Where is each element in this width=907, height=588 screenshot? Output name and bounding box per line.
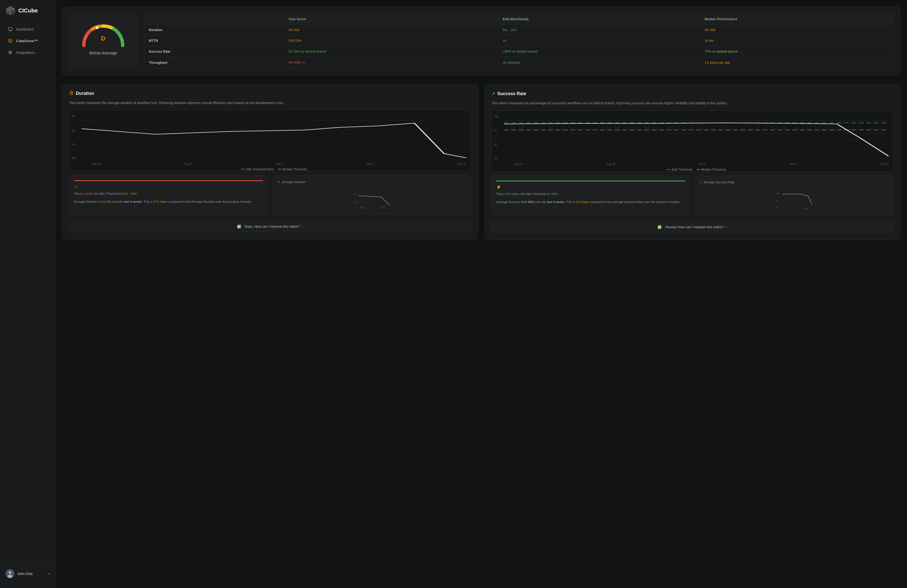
sr-mini-chart-card: ↗ Average Success Rate 100 50 0 Sep xyxy=(695,176,893,215)
success-rate-y-labels: 100 75 50 25 xyxy=(494,115,499,160)
median-legend-line xyxy=(278,169,281,169)
chevron-right-icon-2: › xyxy=(726,225,728,229)
col-your-score: Your Score xyxy=(284,14,498,25)
elite-legend: Elite Threshold Area xyxy=(241,168,273,171)
svg-point-19 xyxy=(96,26,99,29)
sr-detail-text: Average Success Rate 96% over the last 4… xyxy=(496,200,686,205)
table-row: MTTR 10h 53m 1h 1h 4m xyxy=(144,35,893,46)
duration-your-score: 2m 33s xyxy=(284,25,498,35)
metrics-grid: ⏱ Duration This metric measures the aver… xyxy=(62,84,901,240)
sliders-icon xyxy=(8,50,13,55)
metric-label: Throughput xyxy=(144,57,284,68)
duration-title: Duration xyxy=(76,91,94,96)
metric-label: MTTR xyxy=(144,35,284,46)
user-name: John Doe xyxy=(17,572,45,576)
svg-point-18 xyxy=(8,575,13,578)
sidebar-item-integrations[interactable]: Integrations xyxy=(2,47,53,58)
svg-text:100: 100 xyxy=(776,192,780,195)
sidebar-item-dashboard-label: Dashboard xyxy=(16,27,34,31)
trending-up-icon: ↗ xyxy=(492,91,495,96)
main-content: D Below Average Your Score Elite Benchma… xyxy=(56,0,907,588)
gauge-card: D Below Average xyxy=(69,14,137,68)
sidebar-item-dashboard[interactable]: Dashboard xyxy=(2,24,53,34)
circle-check-icon-2: ✅ xyxy=(657,225,662,229)
success-rate-description: This metric measures the percentage of s… xyxy=(492,101,893,106)
score-section: D Below Average Your Score Elite Benchma… xyxy=(62,6,901,75)
sr-mini-chart-title: ↗ Average Success Rate xyxy=(699,181,889,184)
duration-mini-chart-svg: 3m 1m Aug Sep xyxy=(277,190,466,210)
avatar xyxy=(6,569,14,578)
svg-text:50: 50 xyxy=(776,200,779,202)
success-rate-chart-svg xyxy=(504,115,889,160)
svg-text:3m: 3m xyxy=(354,192,357,195)
success-rate-info-card: ⚡ This is 6% higher the Elite Threshold … xyxy=(492,176,690,215)
svg-point-17 xyxy=(9,571,11,574)
sidebar-nav: Dashboard CubeScore™ Integrations xyxy=(0,24,55,564)
gauge-label: Below Average xyxy=(90,51,117,55)
sr-elite-legend-line xyxy=(667,169,670,170)
success-rate-info-left: ⚡ This is 6% higher the Elite Threshold … xyxy=(496,181,686,210)
cube-icon xyxy=(8,38,13,43)
svg-point-15 xyxy=(10,53,10,54)
svg-rect-5 xyxy=(8,27,12,30)
svg-point-14 xyxy=(11,52,11,53)
duration-mini-chart-card: ⏱ Average Duration 3m 1m Aug Sep xyxy=(272,176,471,214)
duration-y-labels: 3m 2m 1m 45s xyxy=(72,115,76,160)
mttr-your-score: 10h 53m xyxy=(284,35,498,46)
cicube-logo-icon xyxy=(6,6,16,16)
sr-median-legend: Median Threshold xyxy=(697,168,726,171)
improve-duration-button[interactable]: ✅ Oops, How can I improve this metric? › xyxy=(69,221,471,232)
mttr-elite: 1h xyxy=(498,35,700,46)
sr-threshold-bar xyxy=(496,181,686,181)
sidebar-item-cubescore-label: CubeScore™ xyxy=(16,39,38,43)
success-rate-chart: 100 75 50 25 xyxy=(492,110,893,171)
success-rate-header: ↗ Success Rate xyxy=(492,91,893,96)
throughput-median: 1.5 times per day xyxy=(700,57,893,68)
sr-median: 77% on default branch xyxy=(700,46,893,57)
success-rate-section: ↗ Success Rate This metric measures the … xyxy=(485,84,901,240)
score-table: Your Score Elite Benchmark Median Perfor… xyxy=(144,14,893,68)
duration-threshold-bar xyxy=(74,180,263,181)
mttr-median: 1h 4m xyxy=(700,35,893,46)
clock-icon: ⏱ xyxy=(69,91,74,96)
logo: CICube xyxy=(0,6,55,24)
col-median: Median Performance xyxy=(700,14,893,25)
success-rate-title: Success Rate xyxy=(497,91,526,96)
duration-description: This metric measures the average duratio… xyxy=(69,101,471,105)
circle-check-icon: ✅ xyxy=(237,225,241,228)
duration-median: 3m 30s xyxy=(700,25,893,35)
svg-point-13 xyxy=(9,51,10,52)
lightning-icon: ⚡ xyxy=(496,185,501,189)
table-row: Throughput Not Elite ⓘ On demand 1.5 tim… xyxy=(144,57,893,68)
col-metric xyxy=(144,14,284,25)
metric-label: Success Rate xyxy=(144,46,284,57)
user-profile[interactable]: John Doe ▾ xyxy=(0,564,55,582)
throughput-elite: On demand xyxy=(498,57,700,68)
duration-x-labels: Aug 19 Aug 26 Sep 2 Sep 9 Sep 16 xyxy=(82,160,466,165)
duration-mini-chart-title: ⏱ Average Duration xyxy=(277,180,466,184)
duration-chart-svg xyxy=(82,115,466,159)
duration-detail-text: Average Duration is 2m 33s over the last… xyxy=(74,199,263,205)
duration-alert-text: This is outside the Elite Threshold of 5… xyxy=(74,191,263,197)
sr-elite: +90% on default branch xyxy=(498,46,700,57)
duration-legend: Elite Threshold Area Median Threshold xyxy=(82,168,466,171)
svg-text:D: D xyxy=(101,35,106,42)
duration-chart: 3m 2m 1m 45s Aug 19 Aug 26 xyxy=(69,110,471,171)
table-row: Success Rate 95.70% on default branch +9… xyxy=(144,46,893,57)
monitor-icon xyxy=(8,27,13,32)
maintain-success-rate-button[interactable]: ✅ Hooray! How can I maintain this metric… xyxy=(492,222,893,233)
sidebar-item-integrations-label: Integrations xyxy=(16,51,35,54)
sidebar-item-cubescore[interactable]: CubeScore™ xyxy=(2,35,53,46)
duration-info-card: ⚠ This is outside the Elite Threshold of… xyxy=(69,176,268,214)
sidebar: CICube Dashboard CubeScore™ Integrations… xyxy=(0,0,56,588)
table-row: Duration 2m 33s 5m - 10m 3m 30s xyxy=(144,25,893,35)
metric-label: Duration xyxy=(144,25,284,35)
chevron-right-icon: › xyxy=(302,225,303,228)
svg-text:0: 0 xyxy=(776,206,777,209)
sr-median-legend-line xyxy=(697,169,700,170)
svg-text:Sep: Sep xyxy=(381,206,386,209)
alert-triangle-icon: ⚠ xyxy=(74,184,77,189)
svg-text:Aug: Aug xyxy=(361,206,364,209)
app-title: CICube xyxy=(18,8,38,14)
success-rate-legend: Elite Threshold Median Threshold xyxy=(504,168,889,171)
